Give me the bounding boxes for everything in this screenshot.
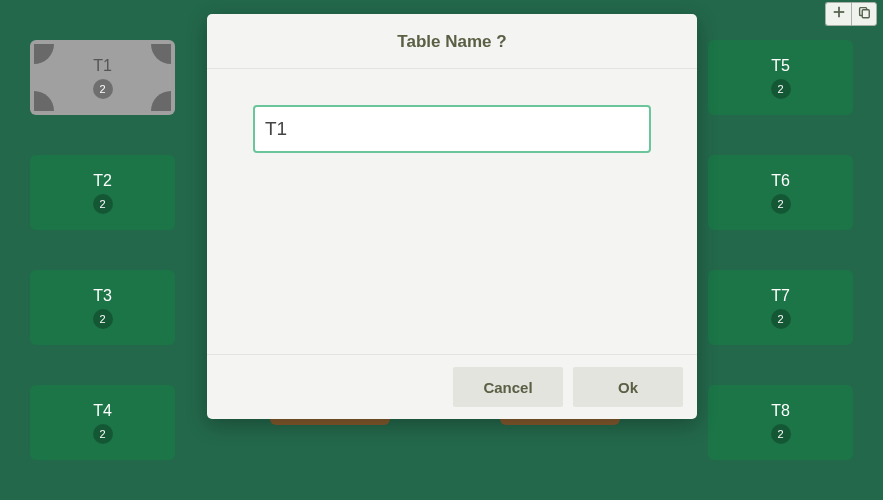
modal-footer: Cancel Ok (207, 354, 697, 419)
table-label: T4 (93, 402, 112, 420)
table-count-badge: 2 (93, 424, 113, 444)
table-label: T6 (771, 172, 790, 190)
table-count-badge: 2 (771, 79, 791, 99)
toolbar (825, 2, 877, 26)
table-label: T7 (771, 287, 790, 305)
table-label: T2 (93, 172, 112, 190)
table-count-badge: 2 (93, 194, 113, 214)
plus-icon (832, 5, 846, 23)
table-count-badge: 2 (771, 309, 791, 329)
cancel-button[interactable]: Cancel (453, 367, 563, 407)
modal-title: Table Name ? (207, 32, 697, 52)
ok-button[interactable]: Ok (573, 367, 683, 407)
svg-rect-1 (833, 11, 844, 13)
table-name-input[interactable] (253, 105, 651, 153)
table-label: T8 (771, 402, 790, 420)
table-label: T1 (93, 57, 112, 75)
table-count-badge: 2 (93, 79, 113, 99)
svg-rect-3 (862, 10, 869, 18)
table-label: T5 (771, 57, 790, 75)
table-count-badge: 2 (93, 309, 113, 329)
table-name-modal: Table Name ? Cancel Ok (207, 14, 697, 419)
add-button[interactable] (825, 2, 851, 26)
table-count-badge: 2 (771, 424, 791, 444)
table-count-badge: 2 (771, 194, 791, 214)
table-label: T3 (93, 287, 112, 305)
modal-header: Table Name ? (207, 14, 697, 69)
modal-body (207, 69, 697, 354)
duplicate-button[interactable] (851, 2, 877, 26)
duplicate-icon (857, 5, 871, 23)
